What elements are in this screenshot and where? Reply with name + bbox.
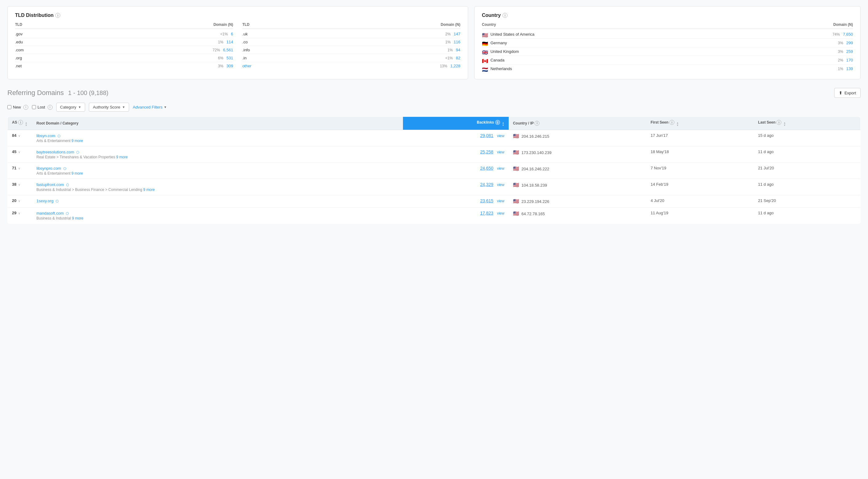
domain-link[interactable]: libsynpro.com [37, 166, 61, 171]
backlinks-count-link[interactable]: 25,258 [480, 149, 493, 154]
backlinks-count-link[interactable]: 24,650 [480, 166, 493, 171]
tld-pct: 1% [445, 40, 451, 44]
th-as[interactable]: AS i ▲▼ [8, 117, 32, 130]
backlinks-count-link[interactable]: 29,081 [480, 133, 493, 138]
country-count-link[interactable]: 299 [846, 40, 853, 45]
th-first-seen[interactable]: First Seen i ▲▼ [646, 117, 754, 130]
expand-arrow-icon[interactable]: ∨ [18, 134, 20, 138]
country-ip-info-icon[interactable]: i [534, 121, 539, 126]
expand-arrow-icon[interactable]: ∨ [18, 150, 20, 154]
authority-score-dropdown[interactable]: Authority Score ▼ [89, 103, 129, 112]
tld-info-icon[interactable]: i [55, 13, 60, 18]
country-name: United Kingdom [491, 49, 519, 54]
tld-count-link[interactable]: 114 [226, 40, 233, 44]
table-row: 45 ∨ baytreesolutions.com ⬡ Real Estate … [8, 146, 861, 162]
external-link-icon[interactable]: ⬡ [58, 134, 61, 138]
country-left: 🇨🇦 Canada [482, 58, 505, 62]
referring-domains-header: Referring Domains 1 - 100 (9,188) ⬆ Expo… [7, 88, 861, 98]
view-backlinks-link[interactable]: view [497, 150, 504, 154]
as-info-icon[interactable]: i [18, 120, 23, 125]
view-backlinks-link[interactable]: view [497, 183, 504, 187]
domain-link[interactable]: mandasoft.com [37, 211, 64, 215]
country-right: 3% 299 [838, 40, 853, 45]
more-categories-link[interactable]: 9 more [72, 139, 83, 143]
expand-arrow-icon[interactable]: ∨ [18, 183, 20, 186]
expand-arrow-icon[interactable]: ∨ [18, 212, 20, 215]
domain-link[interactable]: libsyn.com [37, 133, 55, 138]
lost-filter-checkbox[interactable]: Lost i [32, 105, 53, 110]
country-count-link[interactable]: 170 [846, 58, 853, 62]
more-categories-link[interactable]: 9 more [143, 187, 155, 192]
first-seen-cell: 11 Aug'19 [646, 207, 754, 223]
domain-link[interactable]: fastupfront.com [37, 182, 64, 187]
first-seen-cell: 14 Feb'19 [646, 179, 754, 195]
category-text: Arts & Entertainment 9 more [37, 171, 399, 176]
export-icon: ⬆ [839, 90, 842, 95]
tld-pct: 1% [218, 40, 223, 44]
view-backlinks-link[interactable]: view [497, 199, 504, 203]
tld-count-link[interactable]: 147 [454, 32, 460, 36]
row-flag: 🇺🇸 [513, 166, 519, 171]
category-dropdown[interactable]: Category ▼ [56, 103, 86, 112]
country-count-link[interactable]: 139 [846, 66, 853, 71]
country-flag: 🇩🇪 [482, 41, 488, 45]
th-last-seen[interactable]: Last Seen i ▲▼ [754, 117, 860, 130]
domain-link[interactable]: 1sexy.org [37, 199, 54, 203]
country-count-link[interactable]: 259 [846, 49, 853, 54]
backlinks-count-link[interactable]: 24,329 [480, 182, 493, 187]
view-backlinks-link[interactable]: view [497, 134, 504, 138]
tld-count-link[interactable]: 94 [456, 48, 460, 52]
tld-count-link[interactable]: 531 [226, 56, 233, 60]
new-filter-checkbox[interactable]: New i [7, 105, 28, 110]
tld-label: .org [15, 56, 22, 60]
table-row: 29 ∨ mandasoft.com ⬡ Business & Industri… [8, 207, 861, 223]
tld-count-link[interactable]: 1,228 [450, 64, 460, 68]
expand-arrow-icon[interactable]: ∨ [18, 199, 20, 203]
country-left: 🇩🇪 Germany [482, 40, 507, 45]
backlinks-cell: 17,823 view [403, 207, 509, 223]
backlinks-count-link[interactable]: 17,823 [480, 211, 493, 215]
domain-link[interactable]: baytreesolutions.com [37, 150, 74, 154]
view-backlinks-link[interactable]: view [497, 211, 504, 215]
external-link-icon[interactable]: ⬡ [63, 167, 66, 170]
country-row: 🇨🇦 Canada 2% 170 [482, 56, 853, 65]
tld-label: .in [242, 56, 247, 60]
country-row: 🇬🇧 United Kingdom 3% 259 [482, 47, 853, 56]
external-link-icon[interactable]: ⬡ [66, 183, 69, 187]
tld-other-link[interactable]: other [242, 64, 251, 68]
more-categories-link[interactable]: 9 more [116, 155, 128, 159]
tld-label: .info [242, 48, 250, 52]
last-seen-info-icon[interactable]: i [776, 120, 781, 125]
external-link-icon[interactable]: ⬡ [66, 212, 69, 215]
advanced-filters-button[interactable]: Advanced Filters ▼ [133, 105, 167, 110]
more-categories-link[interactable]: 9 more [72, 171, 83, 176]
as-number: 38 [12, 182, 16, 187]
country-ip-cell: 🇺🇸 173.230.140.239 [509, 146, 646, 162]
more-categories-link[interactable]: 9 more [72, 216, 83, 220]
tld-count-link[interactable]: 116 [454, 40, 460, 44]
first-seen-cell: 17 Jun'17 [646, 130, 754, 146]
external-link-icon[interactable]: ⬡ [56, 199, 59, 203]
external-link-icon[interactable]: ⬡ [76, 150, 79, 154]
tld-count-link[interactable]: 82 [456, 56, 460, 60]
as-cell: 45 ∨ [8, 146, 32, 162]
th-backlinks[interactable]: Backlinks i ▲▼ [403, 117, 509, 130]
first-seen-info-icon[interactable]: i [670, 120, 674, 125]
row-flag: 🇺🇸 [513, 199, 519, 204]
tld-count-link[interactable]: 6,561 [223, 48, 233, 52]
advanced-filters-chevron-icon: ▼ [164, 106, 167, 109]
expand-arrow-icon[interactable]: ∨ [18, 167, 20, 170]
export-button[interactable]: ⬆ Export [834, 88, 861, 98]
lost-filter-info-icon[interactable]: i [48, 105, 53, 110]
backlinks-count-link[interactable]: 23,615 [480, 198, 493, 203]
tld-count-link[interactable]: 6 [231, 32, 233, 36]
backlinks-info-icon[interactable]: i [495, 120, 500, 125]
tld-count-link[interactable]: 309 [226, 64, 233, 68]
new-filter-info-icon[interactable]: i [23, 105, 28, 110]
country-flag: 🇳🇱 [482, 67, 488, 71]
last-seen-cell: 11 d ago [754, 207, 860, 223]
tld-label: .edu [15, 40, 23, 44]
country-info-icon[interactable]: i [502, 13, 507, 18]
view-backlinks-link[interactable]: view [497, 166, 504, 171]
country-count-link[interactable]: 7,650 [843, 32, 853, 37]
